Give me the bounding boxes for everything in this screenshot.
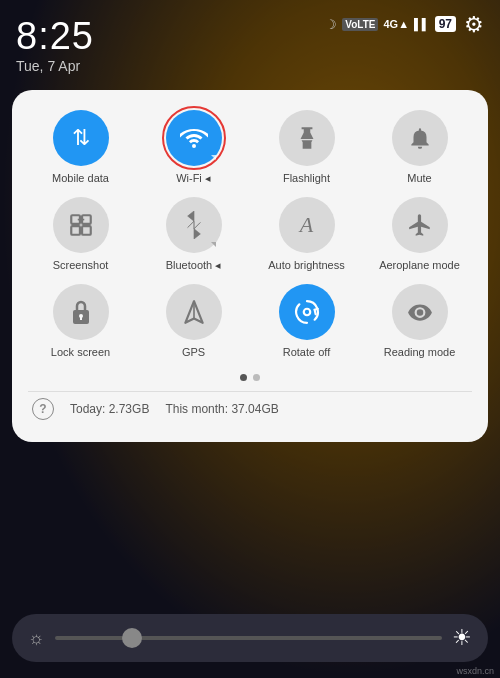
dot-2	[253, 374, 260, 381]
tile-gps[interactable]: GPS	[141, 284, 246, 359]
tile-lock-screen[interactable]: Lock screen	[28, 284, 133, 359]
flashlight-icon	[294, 125, 320, 151]
svg-rect-2	[71, 226, 80, 235]
brightness-low-icon: ☼	[28, 628, 45, 649]
battery-icon: 97	[435, 16, 456, 32]
tile-mute[interactable]: Mute	[367, 110, 472, 185]
tile-auto-brightness-label: Auto brightness	[268, 259, 344, 272]
svg-point-11	[304, 310, 308, 314]
tile-aeroplane[interactable]: Aeroplane mode	[367, 197, 472, 272]
brightness-high-icon: ☀	[452, 625, 472, 651]
tiles-grid: ⇅ Mobile data Wi-Fi ◂ Flashlight	[28, 110, 472, 360]
dot-1	[240, 374, 247, 381]
status-icons: ☽ VoLTE 4G▲ ▌▌ 97	[325, 16, 456, 32]
tile-bluetooth-circle	[166, 197, 222, 253]
screenshot-icon	[68, 212, 94, 238]
tile-rotate-off-label: Rotate off	[283, 346, 331, 359]
rotate-icon	[294, 299, 320, 325]
signal-icon: 4G▲	[383, 18, 409, 30]
tile-reading-mode[interactable]: Reading mode	[367, 284, 472, 359]
tile-mobile-data-label: Mobile data	[52, 172, 109, 185]
gps-icon	[181, 299, 207, 325]
wifi-indicator	[211, 155, 216, 160]
tile-auto-brightness[interactable]: A Auto brightness	[254, 197, 359, 272]
tile-screenshot-label: Screenshot	[53, 259, 109, 272]
bluetooth-icon	[183, 211, 205, 239]
tile-flashlight-label: Flashlight	[283, 172, 330, 185]
svg-rect-8	[80, 316, 82, 320]
date-display: Tue, 7 Apr	[16, 58, 80, 74]
tile-lock-screen-label: Lock screen	[51, 346, 110, 359]
volte-icon: VoLTE	[342, 18, 378, 31]
tile-rotate-off[interactable]: Rotate off	[254, 284, 359, 359]
tile-wifi[interactable]: Wi-Fi ◂	[141, 110, 246, 185]
svg-rect-3	[82, 226, 91, 235]
wifi-icon	[180, 124, 208, 152]
tile-flashlight[interactable]: Flashlight	[254, 110, 359, 185]
tile-flashlight-circle	[279, 110, 335, 166]
tile-mobile-data[interactable]: ⇅ Mobile data	[28, 110, 133, 185]
tile-screenshot-circle	[53, 197, 109, 253]
tile-reading-mode-label: Reading mode	[384, 346, 456, 359]
data-usage-row: ? Today: 2.73GB This month: 37.04GB	[28, 391, 472, 426]
tile-auto-brightness-circle: A	[279, 197, 335, 253]
lock-icon	[69, 298, 93, 326]
data-month: This month: 37.04GB	[165, 402, 278, 416]
brightness-bar[interactable]: ☼ ☀	[12, 614, 488, 662]
tile-reading-mode-circle	[392, 284, 448, 340]
tile-gps-circle	[166, 284, 222, 340]
tile-gps-label: GPS	[182, 346, 205, 359]
tile-rotate-off-circle	[279, 284, 335, 340]
tile-wifi-label: Wi-Fi ◂	[176, 172, 211, 185]
quick-panel: ⇅ Mobile data Wi-Fi ◂ Flashlight	[12, 90, 488, 442]
signal-bars-icon: ▌▌	[414, 18, 430, 30]
mobile-data-icon: ⇅	[72, 125, 90, 151]
moon-icon: ☽	[325, 17, 337, 32]
tile-mute-label: Mute	[407, 172, 431, 185]
settings-icon[interactable]: ⚙	[464, 12, 484, 38]
tile-wifi-circle	[166, 110, 222, 166]
tile-screenshot[interactable]: Screenshot	[28, 197, 133, 272]
tile-mobile-data-circle: ⇅	[53, 110, 109, 166]
tile-aeroplane-circle	[392, 197, 448, 253]
aeroplane-icon	[407, 212, 433, 238]
auto-brightness-icon: A	[300, 212, 313, 238]
data-help-icon[interactable]: ?	[32, 398, 54, 420]
brightness-thumb[interactable]	[122, 628, 142, 648]
brightness-track[interactable]	[55, 636, 443, 640]
tile-aeroplane-label: Aeroplane mode	[379, 259, 460, 272]
tile-lock-screen-circle	[53, 284, 109, 340]
watermark: wsxdn.cn	[456, 666, 494, 676]
bluetooth-indicator	[211, 242, 216, 247]
tile-bluetooth-label: Bluetooth ◂	[166, 259, 222, 272]
data-today: Today: 2.73GB	[70, 402, 149, 416]
page-dots	[28, 374, 472, 381]
eye-icon	[407, 299, 433, 325]
time-display: 8:25	[16, 17, 94, 55]
tile-mute-circle	[392, 110, 448, 166]
bell-icon	[407, 125, 433, 151]
tile-bluetooth[interactable]: Bluetooth ◂	[141, 197, 246, 272]
